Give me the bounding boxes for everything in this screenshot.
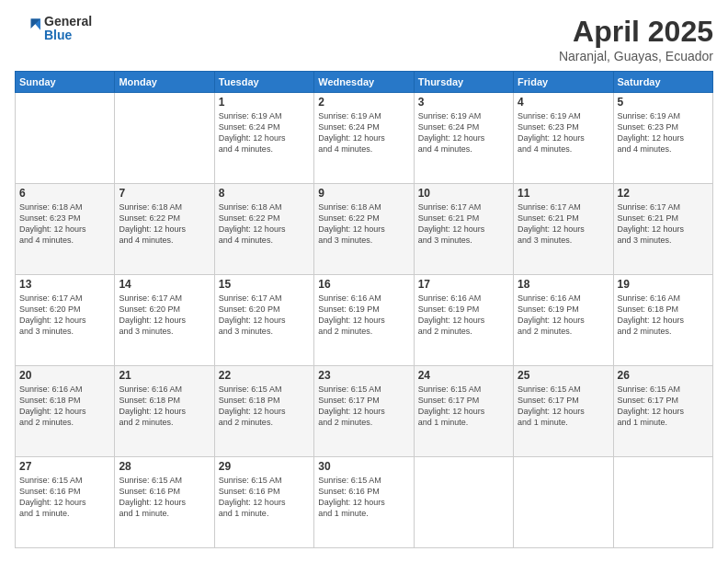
calendar-cell: 23Sunrise: 6:15 AM Sunset: 6:17 PM Dayli…: [314, 366, 414, 457]
day-number: 8: [219, 187, 310, 200]
day-number: 21: [119, 369, 210, 382]
day-header-wednesday: Wednesday: [314, 72, 414, 93]
calendar-cell: 1Sunrise: 6:19 AM Sunset: 6:24 PM Daylig…: [214, 93, 313, 184]
day-info: Sunrise: 6:17 AM Sunset: 6:21 PM Dayligh…: [418, 201, 509, 247]
title-block: April 2025 Naranjal, Guayas, Ecuador: [559, 15, 713, 63]
day-number: 24: [418, 369, 509, 382]
day-number: 9: [318, 187, 409, 200]
day-info: Sunrise: 6:16 AM Sunset: 6:18 PM Dayligh…: [119, 384, 210, 429]
day-info: Sunrise: 6:18 AM Sunset: 6:22 PM Dayligh…: [119, 201, 210, 247]
calendar-cell: 4Sunrise: 6:19 AM Sunset: 6:23 PM Daylig…: [514, 93, 613, 184]
calendar-cell: [115, 93, 214, 184]
day-header-monday: Monday: [115, 72, 214, 93]
calendar-cell: 26Sunrise: 6:15 AM Sunset: 6:17 PM Dayli…: [613, 366, 712, 457]
day-header-sunday: Sunday: [16, 72, 115, 93]
calendar-cell: [16, 93, 115, 184]
calendar-cell: 15Sunrise: 6:17 AM Sunset: 6:20 PM Dayli…: [214, 275, 313, 366]
calendar-cell: 19Sunrise: 6:16 AM Sunset: 6:18 PM Dayli…: [613, 275, 712, 366]
day-info: Sunrise: 6:17 AM Sunset: 6:20 PM Dayligh…: [219, 293, 310, 338]
day-info: Sunrise: 6:15 AM Sunset: 6:16 PM Dayligh…: [119, 475, 210, 520]
logo-blue: Blue: [44, 29, 92, 42]
day-info: Sunrise: 6:15 AM Sunset: 6:18 PM Dayligh…: [219, 384, 310, 429]
calendar-cell: 27Sunrise: 6:15 AM Sunset: 6:16 PM Dayli…: [16, 457, 115, 548]
day-info: Sunrise: 6:17 AM Sunset: 6:21 PM Dayligh…: [618, 201, 709, 247]
calendar-cell: 18Sunrise: 6:16 AM Sunset: 6:19 PM Dayli…: [514, 275, 613, 366]
day-info: Sunrise: 6:18 AM Sunset: 6:23 PM Dayligh…: [19, 201, 110, 247]
day-number: 25: [518, 369, 609, 382]
calendar-cell: 28Sunrise: 6:15 AM Sunset: 6:16 PM Dayli…: [115, 457, 214, 548]
day-number: 27: [19, 460, 110, 473]
calendar-cell: [613, 457, 712, 548]
month-year: April 2025: [559, 15, 713, 49]
day-info: Sunrise: 6:17 AM Sunset: 6:21 PM Dayligh…: [518, 201, 609, 247]
day-info: Sunrise: 6:16 AM Sunset: 6:19 PM Dayligh…: [418, 293, 509, 338]
day-info: Sunrise: 6:15 AM Sunset: 6:17 PM Dayligh…: [518, 384, 609, 429]
calendar-cell: 2Sunrise: 6:19 AM Sunset: 6:24 PM Daylig…: [314, 93, 414, 184]
calendar-week-row: 6Sunrise: 6:18 AM Sunset: 6:23 PM Daylig…: [16, 184, 713, 275]
day-number: 19: [618, 278, 709, 291]
day-number: 2: [318, 96, 409, 109]
day-header-friday: Friday: [514, 72, 613, 93]
logo-general: General: [44, 15, 92, 29]
calendar-cell: 10Sunrise: 6:17 AM Sunset: 6:21 PM Dayli…: [414, 184, 513, 275]
calendar-cell: 20Sunrise: 6:16 AM Sunset: 6:18 PM Dayli…: [16, 366, 115, 457]
day-number: 6: [19, 187, 110, 200]
day-header-thursday: Thursday: [414, 72, 513, 93]
day-number: 16: [318, 278, 409, 291]
calendar-cell: 25Sunrise: 6:15 AM Sunset: 6:17 PM Dayli…: [514, 366, 613, 457]
day-info: Sunrise: 6:15 AM Sunset: 6:17 PM Dayligh…: [618, 384, 709, 429]
day-info: Sunrise: 6:19 AM Sunset: 6:24 PM Dayligh…: [418, 110, 509, 155]
day-info: Sunrise: 6:15 AM Sunset: 6:16 PM Dayligh…: [19, 475, 110, 520]
day-number: 10: [418, 187, 509, 200]
day-number: 20: [19, 369, 110, 382]
calendar-cell: 12Sunrise: 6:17 AM Sunset: 6:21 PM Dayli…: [613, 184, 712, 275]
calendar-cell: 22Sunrise: 6:15 AM Sunset: 6:18 PM Dayli…: [214, 366, 313, 457]
day-info: Sunrise: 6:15 AM Sunset: 6:17 PM Dayligh…: [318, 384, 409, 429]
day-info: Sunrise: 6:17 AM Sunset: 6:20 PM Dayligh…: [119, 293, 210, 338]
day-info: Sunrise: 6:16 AM Sunset: 6:18 PM Dayligh…: [19, 384, 110, 429]
header: General Blue April 2025 Naranjal, Guayas…: [15, 15, 713, 63]
calendar-cell: 21Sunrise: 6:16 AM Sunset: 6:18 PM Dayli…: [115, 366, 214, 457]
day-number: 30: [318, 460, 409, 473]
calendar-cell: [514, 457, 613, 548]
calendar-cell: 29Sunrise: 6:15 AM Sunset: 6:16 PM Dayli…: [214, 457, 313, 548]
calendar-cell: 8Sunrise: 6:18 AM Sunset: 6:22 PM Daylig…: [214, 184, 313, 275]
day-number: 26: [618, 369, 709, 382]
calendar-cell: 9Sunrise: 6:18 AM Sunset: 6:22 PM Daylig…: [314, 184, 414, 275]
day-number: 11: [518, 187, 609, 200]
calendar-cell: 24Sunrise: 6:15 AM Sunset: 6:17 PM Dayli…: [414, 366, 513, 457]
calendar-cell: 5Sunrise: 6:19 AM Sunset: 6:23 PM Daylig…: [613, 93, 712, 184]
day-info: Sunrise: 6:15 AM Sunset: 6:16 PM Dayligh…: [219, 475, 310, 520]
calendar-header-row: SundayMondayTuesdayWednesdayThursdayFrid…: [16, 72, 713, 93]
page: General Blue April 2025 Naranjal, Guayas…: [0, 0, 728, 563]
day-info: Sunrise: 6:19 AM Sunset: 6:24 PM Dayligh…: [318, 110, 409, 155]
calendar-cell: 11Sunrise: 6:17 AM Sunset: 6:21 PM Dayli…: [514, 184, 613, 275]
day-number: 22: [219, 369, 310, 382]
calendar-week-row: 13Sunrise: 6:17 AM Sunset: 6:20 PM Dayli…: [16, 275, 713, 366]
day-header-tuesday: Tuesday: [214, 72, 313, 93]
calendar-cell: 7Sunrise: 6:18 AM Sunset: 6:22 PM Daylig…: [115, 184, 214, 275]
day-number: 12: [618, 187, 709, 200]
logo-icon: [15, 16, 40, 41]
logo-text: General Blue: [44, 15, 92, 43]
calendar-week-row: 27Sunrise: 6:15 AM Sunset: 6:16 PM Dayli…: [16, 457, 713, 548]
logo: General Blue: [15, 15, 92, 43]
day-number: 3: [418, 96, 509, 109]
day-number: 4: [518, 96, 609, 109]
day-number: 7: [119, 187, 210, 200]
day-info: Sunrise: 6:18 AM Sunset: 6:22 PM Dayligh…: [219, 201, 310, 247]
calendar-week-row: 20Sunrise: 6:16 AM Sunset: 6:18 PM Dayli…: [16, 366, 713, 457]
calendar-cell: 14Sunrise: 6:17 AM Sunset: 6:20 PM Dayli…: [115, 275, 214, 366]
day-info: Sunrise: 6:16 AM Sunset: 6:19 PM Dayligh…: [318, 293, 409, 338]
day-info: Sunrise: 6:17 AM Sunset: 6:20 PM Dayligh…: [19, 293, 110, 338]
day-info: Sunrise: 6:16 AM Sunset: 6:18 PM Dayligh…: [618, 293, 709, 338]
day-number: 17: [418, 278, 509, 291]
day-info: Sunrise: 6:15 AM Sunset: 6:17 PM Dayligh…: [418, 384, 509, 429]
calendar-table: SundayMondayTuesdayWednesdayThursdayFrid…: [15, 71, 713, 548]
calendar-cell: 16Sunrise: 6:16 AM Sunset: 6:19 PM Dayli…: [314, 275, 414, 366]
calendar-cell: [414, 457, 513, 548]
calendar-cell: 17Sunrise: 6:16 AM Sunset: 6:19 PM Dayli…: [414, 275, 513, 366]
day-number: 23: [318, 369, 409, 382]
day-info: Sunrise: 6:19 AM Sunset: 6:24 PM Dayligh…: [219, 110, 310, 155]
calendar-cell: 30Sunrise: 6:15 AM Sunset: 6:16 PM Dayli…: [314, 457, 414, 548]
